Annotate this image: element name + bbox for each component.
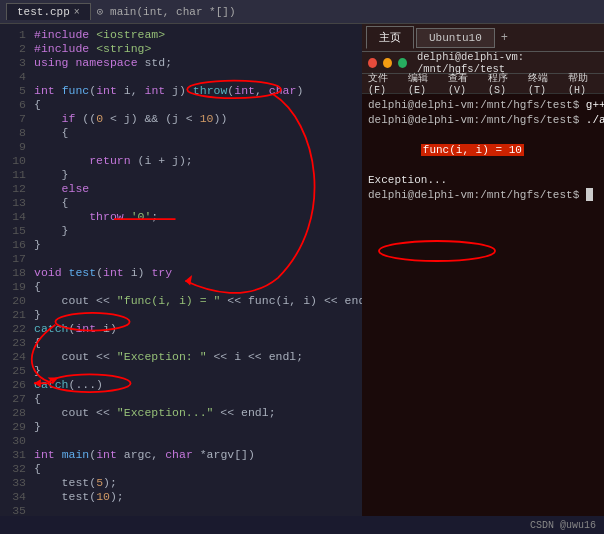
terminal-panel: 主页 Ubuntu10 + delphi@delphi-vm: /mnt/hgf…	[362, 24, 604, 516]
menu-program[interactable]: 程序(S)	[488, 71, 518, 96]
watermark: CSDN @uwu16	[530, 520, 596, 531]
close-dot[interactable]	[368, 58, 377, 68]
tab-main[interactable]: 主页	[366, 26, 414, 49]
bottom-bar: CSDN @uwu16	[0, 516, 604, 534]
svg-point-8	[379, 241, 495, 261]
terminal-prompt-2: delphi@delphi-vm:/mnt/hgfs/test$	[368, 114, 586, 126]
terminal-cmd-1: g++ test.cpp	[586, 99, 604, 111]
close-icon[interactable]: ×	[74, 7, 80, 18]
minimize-dot[interactable]	[383, 58, 392, 68]
code-content[interactable]: #include <iostream> #include <string> us…	[30, 24, 362, 516]
terminal-cursor	[586, 188, 593, 201]
terminal-menubar: 文件(F) 编辑(E) 查看(V) 程序(S) 终端(T) 帮助(H)	[362, 74, 604, 94]
terminal-output-exception: Exception...	[368, 174, 447, 186]
menu-edit[interactable]: 编辑(E)	[408, 71, 438, 96]
breadcrumb: ⊙ main(int, char *[])	[97, 5, 236, 18]
terminal-tabs: 主页 Ubuntu10 +	[362, 24, 604, 52]
terminal-cmd-2: ./a.out	[586, 114, 604, 126]
terminal-body[interactable]: delphi@delphi-vm:/mnt/hgfs/test$ g++ tes…	[362, 94, 604, 516]
top-bar: test.cpp × ⊙ main(int, char *[])	[0, 0, 604, 24]
add-tab-icon[interactable]: +	[501, 31, 508, 45]
menu-file[interactable]: 文件(F)	[368, 71, 398, 96]
maximize-dot[interactable]	[398, 58, 407, 68]
tab-testcpp-label: test.cpp	[17, 6, 70, 18]
menu-help[interactable]: 帮助(H)	[568, 71, 598, 96]
menu-terminal[interactable]: 终端(T)	[528, 71, 558, 96]
terminal-prompt-1: delphi@delphi-vm:/mnt/hgfs/test$	[368, 99, 586, 111]
terminal-output-highlight: func(i, i) = 10	[421, 144, 524, 156]
menu-view[interactable]: 查看(V)	[448, 71, 478, 96]
line-numbers: 12345 678910 1112131415 1617181920 21222…	[0, 24, 30, 516]
main-content: 12345 678910 1112131415 1617181920 21222…	[0, 24, 604, 516]
code-editor[interactable]: 12345 678910 1112131415 1617181920 21222…	[0, 24, 362, 516]
tab-ubuntu[interactable]: Ubuntu10	[416, 28, 495, 48]
terminal-prompt-3: delphi@delphi-vm:/mnt/hgfs/test$	[368, 189, 586, 201]
tab-testcpp[interactable]: test.cpp ×	[6, 3, 91, 20]
